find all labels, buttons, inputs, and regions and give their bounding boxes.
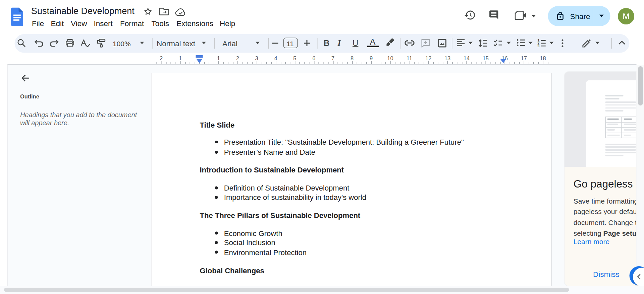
svg-text:3: 3 — [538, 44, 540, 47]
